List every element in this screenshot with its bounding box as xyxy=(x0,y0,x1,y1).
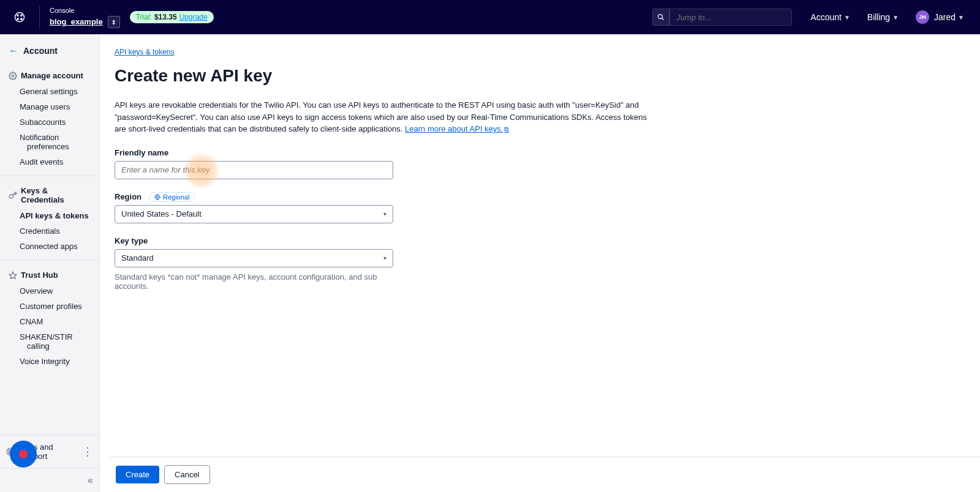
sidebar-item-subaccounts[interactable]: Subaccounts xyxy=(0,114,99,130)
sidebar-item-trust-overview[interactable]: Overview xyxy=(0,283,99,299)
upgrade-link[interactable]: Upgrade xyxy=(179,13,208,21)
svg-point-7 xyxy=(12,75,14,77)
sidebar-section-keys[interactable]: Keys & Credentials xyxy=(0,182,99,208)
svg-point-3 xyxy=(17,18,18,20)
intro-text: API keys are revokable credentials for t… xyxy=(115,99,660,135)
svg-line-11 xyxy=(8,449,9,450)
learn-more-link[interactable]: Learn more about API keys.⧉ xyxy=(405,124,509,133)
sidebar-item-api-keys[interactable]: API keys & tokens xyxy=(0,208,99,223)
arrow-left-icon: ← xyxy=(9,45,18,56)
console-label: Console xyxy=(50,7,120,14)
trial-amount: $13.35 xyxy=(154,13,177,21)
svg-point-5 xyxy=(658,15,663,19)
svg-point-4 xyxy=(21,18,22,20)
regional-badge: Regional xyxy=(149,192,195,202)
svg-point-1 xyxy=(17,15,18,16)
header-divider xyxy=(39,6,40,28)
region-select-value: United States - Default xyxy=(121,209,202,218)
sidebar-collapse-row: « xyxy=(0,468,99,492)
project-picker-button[interactable]: ▲▼ xyxy=(108,16,120,28)
regional-badge-label: Regional xyxy=(163,193,189,201)
sidebar-back-label: Account xyxy=(23,46,58,56)
billing-menu[interactable]: Billing ▼ xyxy=(861,12,905,22)
svg-point-0 xyxy=(15,13,24,22)
fab-dot-icon xyxy=(19,450,28,458)
billing-menu-label: Billing xyxy=(867,12,890,22)
svg-point-2 xyxy=(21,15,22,16)
search-input[interactable] xyxy=(669,9,792,26)
chevron-down-icon: ▾ xyxy=(383,211,386,217)
logo-button[interactable] xyxy=(10,7,29,27)
star-icon xyxy=(9,271,17,280)
collapse-sidebar-button[interactable]: « xyxy=(88,475,93,485)
sidebar-item-shaken-stir[interactable]: SHAKEN/STIR calling xyxy=(0,329,99,354)
footer-action-bar: Create Cancel xyxy=(108,457,980,492)
sidebar-item-general-settings[interactable]: General settings xyxy=(0,84,99,99)
svg-marker-8 xyxy=(9,272,17,278)
trial-prefix: Trial: xyxy=(136,13,152,21)
key-type-select-value: Standard xyxy=(121,253,154,263)
trial-pill: Trial: $13.35 Upgrade xyxy=(130,11,214,23)
sidebar-divider xyxy=(0,260,99,261)
account-menu[interactable]: Account ▼ xyxy=(804,12,856,22)
key-type-label: Key type xyxy=(115,236,148,245)
search-icon xyxy=(657,13,665,21)
friendly-name-input[interactable] xyxy=(115,161,393,179)
sidebar-item-notification-prefs[interactable]: Notification preferences xyxy=(0,130,99,154)
svg-line-14 xyxy=(8,453,9,454)
sidebar-section-label: Trust Hub xyxy=(21,270,58,280)
region-label: Region xyxy=(115,192,141,201)
top-header: Console blog_example ▲▼ Trial: $13.35 Up… xyxy=(0,0,980,34)
globe-icon xyxy=(154,194,160,200)
gear-icon xyxy=(9,72,17,80)
chevron-down-icon: ▾ xyxy=(383,255,386,261)
project-name-link[interactable]: blog_example xyxy=(50,17,103,26)
sidebar-item-connected-apps[interactable]: Connected apps xyxy=(0,239,99,254)
header-project-block: Console blog_example ▲▼ xyxy=(50,7,120,28)
breadcrumb-link[interactable]: API keys & tokens xyxy=(115,48,174,56)
sidebar-section-label: Manage account xyxy=(21,71,83,80)
main-content: API keys & tokens Create new API key API… xyxy=(100,34,980,492)
chevron-down-icon: ▼ xyxy=(958,14,964,21)
region-select[interactable]: United States - Default ▾ xyxy=(115,205,393,223)
help-fab[interactable] xyxy=(10,441,37,468)
more-menu-icon[interactable]: ⋮ xyxy=(82,445,93,458)
sidebar-item-manage-users[interactable]: Manage users xyxy=(0,99,99,114)
sidebar-item-audit-events[interactable]: Audit events xyxy=(0,154,99,170)
sidebar-item-customer-profiles[interactable]: Customer profiles xyxy=(0,299,99,314)
external-link-icon: ⧉ xyxy=(504,125,509,133)
page-title: Create new API key xyxy=(115,66,965,86)
friendly-name-label: Friendly name xyxy=(115,148,168,157)
sidebar-item-cnam[interactable]: CNAM xyxy=(0,314,99,329)
search-button[interactable] xyxy=(652,9,669,26)
chevron-down-icon: ▼ xyxy=(892,14,899,21)
intro-body: API keys are revokable credentials for t… xyxy=(115,100,647,133)
sidebar-section-label: Keys & Credentials xyxy=(21,186,91,204)
key-type-hint: Standard keys *can not* manage API keys,… xyxy=(115,272,393,291)
user-name: Jared xyxy=(934,12,956,22)
svg-line-6 xyxy=(662,18,664,20)
account-menu-label: Account xyxy=(810,12,842,22)
key-type-select[interactable]: Standard ▾ xyxy=(115,249,393,267)
learn-more-label: Learn more about API keys. xyxy=(405,124,503,133)
sidebar-divider xyxy=(0,176,99,176)
key-icon xyxy=(9,191,17,199)
sidebar-section-trust[interactable]: Trust Hub xyxy=(0,267,99,283)
sidebar-section-manage[interactable]: Manage account xyxy=(0,67,99,84)
user-menu[interactable]: JH Jared ▼ xyxy=(910,10,970,24)
sidebar-back[interactable]: ← Account xyxy=(0,39,99,65)
sidebar: ← Account Manage account General setting… xyxy=(0,34,100,492)
sidebar-item-voice-integrity[interactable]: Voice Integrity xyxy=(0,354,99,369)
create-button[interactable]: Create xyxy=(116,466,159,483)
avatar: JH xyxy=(916,10,929,24)
cancel-button[interactable]: Cancel xyxy=(164,465,209,484)
chevron-down-icon: ▼ xyxy=(844,14,850,21)
sidebar-item-credentials[interactable]: Credentials xyxy=(0,223,99,239)
